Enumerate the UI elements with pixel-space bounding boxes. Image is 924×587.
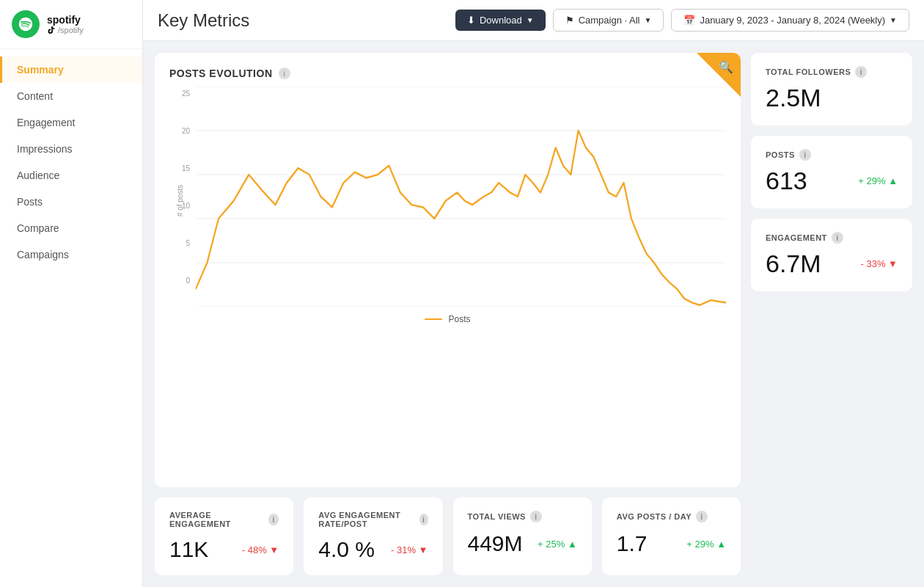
metric-change-avg-engagement-rate: - 31% ▼ [391,544,428,555]
stat-value-posts: 613 [766,167,807,195]
metric-value-avg-engagement: 11K [169,537,208,562]
chart-title: POSTS EVOLUTION [169,68,273,79]
search-icon[interactable]: 🔍 [719,60,733,74]
topbar: Key Metrics ⬇ Download ▼ ⚑ Campaign · Al… [143,0,924,41]
metric-bottom-total-views: 449M + 25% ▲ [468,531,577,556]
sidebar: spotify /spotify Summary Content Engagem… [0,0,143,587]
legend-line-posts [425,318,442,320]
metric-bottom-avg-posts-day: 1.7 + 29% ▲ [617,531,726,556]
metric-label-avg-engagement-rate: AVG ENGAGEMENT RATE/POST i [318,511,428,528]
chart-card: 🔍 POSTS EVOLUTION i 25 20 15 10 5 0 [155,53,741,487]
sidebar-item-summary[interactable]: Summary [0,56,142,83]
sidebar-header: spotify /spotify [0,0,142,49]
metric-bottom-avg-engagement-rate: 4.0 % - 31% ▼ [318,537,428,562]
metric-card-avg-engagement: AVERAGE ENGAGEMENT i 11K - 48% ▼ [155,497,293,575]
metric-card-total-views: TOTAL VIEWS i 449M + 25% ▲ [453,497,592,575]
main-content: Key Metrics ⬇ Download ▼ ⚑ Campaign · Al… [143,0,924,587]
chart-title-row: POSTS EVOLUTION i [169,68,726,79]
download-icon: ⬇ [467,15,475,26]
metric-card-avg-posts-day: AVG POSTS / DAY i 1.7 + 29% ▲ [602,497,741,575]
metric-change-total-views: + 25% ▲ [538,539,577,550]
y-tick-15: 15 [182,164,190,172]
metric-label-avg-posts-day: AVG POSTS / DAY i [617,511,726,522]
content-area: 🔍 POSTS EVOLUTION i 25 20 15 10 5 0 [143,41,924,587]
legend-label-posts: Posts [448,314,470,324]
left-panel: 🔍 POSTS EVOLUTION i 25 20 15 10 5 0 [155,53,741,575]
info-icon: i [799,149,811,161]
info-icon: i [279,68,290,79]
info-icon: i [855,66,867,78]
sidebar-item-content[interactable]: Content [0,83,142,109]
metric-label-total-views: TOTAL VIEWS i [468,511,577,522]
stat-label-total-followers: TOTAL FOLLOWERS i [766,66,898,78]
info-icon: i [696,511,708,522]
metric-card-avg-engagement-rate: AVG ENGAGEMENT RATE/POST i 4.0 % - 31% ▼ [304,497,442,575]
stat-card-posts: POSTS i 613 + 29% ▲ [751,136,912,208]
sidebar-item-posts[interactable]: Posts [0,189,142,215]
stat-value-engagement: 6.7M [766,249,821,278]
stat-bottom-posts: 613 + 29% ▲ [766,167,898,195]
sidebar-item-audience[interactable]: Audience [0,162,142,189]
metric-change-avg-engagement: - 48% ▼ [242,544,279,555]
y-tick-5: 5 [186,239,190,247]
brand-name: spotify [47,14,84,26]
info-icon: i [530,511,542,522]
right-panel: TOTAL FOLLOWERS i 2.5M POSTS i 613 + 29%… [751,53,912,575]
sidebar-item-campaigns[interactable]: Campaigns [0,241,142,268]
metric-value-total-views: 449M [468,531,523,556]
campaign-icon: ⚑ [565,15,574,26]
stat-value-total-followers: 2.5M [766,84,898,112]
metric-bottom-avg-engagement: 11K - 48% ▼ [169,537,279,562]
metric-label-avg-engagement: AVERAGE ENGAGEMENT i [169,511,279,528]
metric-value-avg-posts-day: 1.7 [617,531,648,556]
brand-info: spotify /spotify [47,14,84,34]
chevron-down-icon: ▼ [527,16,534,24]
chevron-down-icon: ▼ [645,16,652,24]
chevron-down-icon: ▼ [890,16,897,24]
chart-legend: Posts [169,314,726,324]
metric-value-avg-engagement-rate: 4.0 % [318,537,375,562]
y-tick-0: 0 [186,277,190,285]
stat-label-engagement: ENGAGEMENT i [766,232,898,244]
stat-card-total-followers: TOTAL FOLLOWERS i 2.5M [751,53,912,125]
y-axis-label: # of posts [176,185,184,216]
brand-logo [12,10,40,38]
metric-change-avg-posts-day: + 29% ▲ [686,539,726,550]
info-icon: i [268,514,279,525]
sidebar-item-impressions[interactable]: Impressions [0,136,142,162]
bottom-stats-row: AVERAGE ENGAGEMENT i 11K - 48% ▼ AVG ENG… [155,497,741,575]
topbar-controls: ⬇ Download ▼ ⚑ Campaign · All ▼ 📅 Januar… [455,9,909,32]
stat-change-engagement: - 33% ▼ [861,258,898,269]
stat-card-engagement: ENGAGEMENT i 6.7M - 33% ▼ [751,219,912,291]
y-tick-20: 20 [182,127,190,135]
info-icon: i [832,232,843,244]
nav-menu: Summary Content Engagement Impressions A… [0,49,142,275]
calendar-icon: 📅 [683,15,695,26]
y-tick-25: 25 [182,90,190,98]
stat-label-posts: POSTS i [766,149,898,161]
sidebar-item-engagement[interactable]: Engagement [0,109,142,136]
date-range-button[interactable]: 📅 January 9, 2023 - January 8, 2024 (Wee… [671,9,909,32]
sidebar-item-compare[interactable]: Compare [0,215,142,241]
campaign-filter-button[interactable]: ⚑ Campaign · All ▼ [553,9,664,32]
brand-handle: /spotify [47,26,84,34]
download-button[interactable]: ⬇ Download ▼ [455,10,546,31]
stat-change-posts: + 29% ▲ [858,175,898,186]
info-icon: i [419,514,428,525]
page-title: Key Metrics [158,10,249,31]
stat-bottom-engagement: 6.7M - 33% ▼ [766,249,898,278]
posts-chart-svg: Mar '23 May '23 Jul '23 Sep '23 Nov '23 … [196,87,726,307]
